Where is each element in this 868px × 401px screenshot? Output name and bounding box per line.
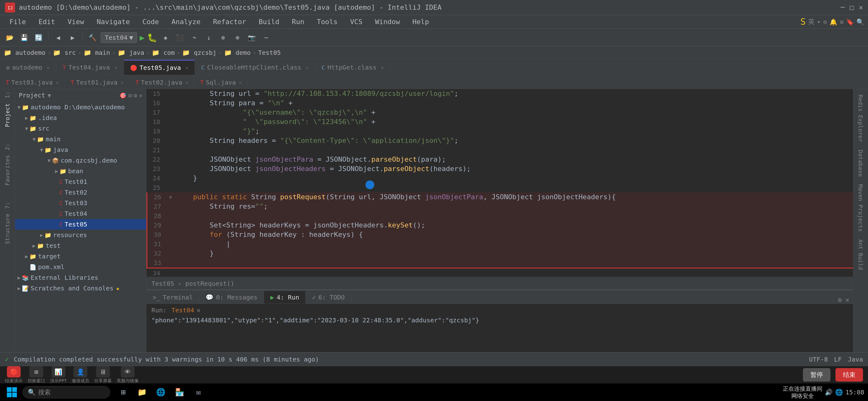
breadcrumb-demo[interactable]: 📁 demo (224, 49, 251, 56)
breadcrumb-test05[interactable]: Test05 (258, 49, 281, 56)
tree-test05[interactable]: ▶ C Test05 (15, 219, 146, 230)
taskbar-app-store[interactable]: 🏪 (172, 384, 188, 400)
maximize-button[interactable]: □ (850, 3, 854, 11)
tree-test04[interactable]: ▶ C Test04 (15, 208, 146, 219)
run-button[interactable]: ▶ (140, 33, 145, 42)
menu-run[interactable]: Run (286, 16, 310, 28)
database-tab[interactable]: Database (855, 147, 866, 180)
start-button[interactable] (4, 384, 20, 400)
save-button[interactable]: 💾 (18, 32, 30, 44)
sidebar-settings-button[interactable]: ⚙ (134, 92, 137, 99)
close-button[interactable]: ✕ (859, 3, 863, 11)
search-everywhere-icon[interactable]: S (800, 17, 806, 27)
settings-gear-icon[interactable]: ⚙ (838, 296, 842, 304)
ppt-button[interactable]: 📊 演示PPT (50, 366, 67, 384)
build-project-button[interactable]: 🔨 (86, 32, 98, 44)
menu-refactor[interactable]: Refactor (208, 16, 252, 28)
breadcrumb-src[interactable]: 📁 src (53, 49, 76, 56)
maven-projects-tab[interactable]: Maven Projects (855, 181, 866, 235)
tree-test02[interactable]: ▶ C Test02 (15, 187, 146, 198)
close-tab-httpget[interactable]: ✕ (381, 64, 384, 70)
code-editor[interactable]: 15 String url = "http://47.108.153.47:18… (147, 89, 853, 277)
tab-test04[interactable]: T Test04.java ✕ (56, 60, 124, 75)
menu-file[interactable]: File (4, 16, 32, 28)
pause-button[interactable]: 暂停 (803, 368, 831, 381)
sec-tab-test02[interactable]: T Test02.java ✕ (129, 76, 194, 89)
tree-external-libraries[interactable]: ▶ 📚 External Libraries (15, 272, 146, 283)
tab-run[interactable]: ▶ 4: Run (264, 291, 306, 304)
windows-search[interactable]: 🔍 搜索 (23, 386, 110, 399)
step-over-button[interactable]: ↷ (188, 32, 200, 44)
breadcrumb-com[interactable]: 📁 com (152, 49, 175, 56)
open-file-button[interactable]: 📂 (4, 32, 16, 44)
back-button[interactable]: ◀ (52, 32, 64, 44)
collapse-all-button[interactable]: ⊟ (128, 92, 132, 99)
coverage-button[interactable]: ◈ (160, 32, 172, 44)
run-config-selector[interactable]: Test04 ▼ (101, 32, 137, 43)
sec-tab-test03[interactable]: T Test03.java ✕ (0, 76, 65, 89)
breadcrumb-qzcsbj[interactable]: 📁 qzcsbj (182, 49, 216, 56)
tab-terminal[interactable]: >_ Terminal (147, 291, 199, 304)
menu-window[interactable]: Window (370, 16, 405, 28)
close-tab-test05[interactable]: ✕ (185, 65, 188, 71)
project-panel-tab[interactable]: Project (2, 99, 13, 131)
tab-autodemo[interactable]: ⚙ autodemo ✕ (0, 60, 56, 75)
sec-tab-test01[interactable]: T Test01.java ✕ (65, 76, 129, 89)
breakpoints-button[interactable]: ⊗ (217, 32, 229, 44)
step-into-button[interactable]: ↓ (203, 32, 215, 44)
forward-button[interactable]: ▶ (67, 32, 79, 44)
tree-test01[interactable]: ▶ C Test01 (15, 176, 146, 187)
menu-edit[interactable]: Edit (33, 16, 61, 28)
menu-vcs[interactable]: VCS (344, 16, 368, 28)
tree-bean[interactable]: ▶ 📁 bean (15, 166, 146, 176)
close-sec-sql[interactable]: ✕ (239, 80, 242, 86)
taskbar-app-ie[interactable]: 🌐 (153, 384, 169, 400)
sync-button[interactable]: 🔄 (33, 32, 44, 44)
close-tab-autodemo[interactable]: ✕ (46, 64, 50, 70)
close-tab-closeable[interactable]: ✕ (306, 64, 309, 70)
tree-test-folder[interactable]: ▶ 📁 test (15, 240, 146, 251)
tab-test05[interactable]: 🔴 Test05.java ✕ (124, 60, 195, 75)
tree-idea[interactable]: ▶ 📁 .idea (15, 112, 146, 123)
close-sec-test01[interactable]: ✕ (121, 80, 124, 86)
menu-build[interactable]: Build (253, 16, 285, 28)
switch-window-button[interactable]: ⊞ 切换窗口 (28, 366, 45, 384)
ant-build-tab[interactable]: Ant Build (855, 236, 866, 273)
menu-tools[interactable]: Tools (311, 16, 343, 28)
structure-panel-tab[interactable]: Structure (2, 210, 13, 248)
sec-tab-sql[interactable]: T Sql.java ✕ (194, 76, 248, 89)
tree-src[interactable]: ▼ 📁 src (15, 123, 146, 134)
close-panel-icon[interactable]: ✕ (845, 296, 849, 304)
tree-autodemo-root[interactable]: ▼ 📁 autodemo D:\demo\autodemo (15, 102, 146, 112)
tree-java[interactable]: ▼ 📁 java (15, 144, 146, 155)
tree-test03[interactable]: ▶ C Test03 (15, 198, 146, 208)
sidebar-close-button[interactable]: ✕ (139, 92, 143, 99)
stop-button[interactable]: ⬛ (174, 32, 186, 44)
share-screen-button[interactable]: 🖥 分享屏幕 (94, 366, 112, 384)
menu-help[interactable]: Help (407, 16, 435, 28)
tab-todo[interactable]: ✓ 6: TODO (306, 291, 351, 304)
tree-scratches[interactable]: ▶ 📝 Scratches and Consoles ★ (15, 283, 146, 293)
tree-main[interactable]: ▼ 📁 main (15, 134, 146, 144)
minimize-button[interactable]: ─ (840, 3, 844, 11)
taskbar-app-1[interactable]: ⊞ (115, 384, 131, 400)
end-demo-button[interactable]: 🔴 结束演示 (5, 366, 23, 384)
close-tab-test04[interactable]: ✕ (114, 64, 117, 70)
tab-messages[interactable]: 💬 0: Messages (199, 291, 264, 304)
breadcrumb-main[interactable]: 📁 main (84, 49, 110, 56)
taskbar-app-mail[interactable]: ✉ (190, 384, 207, 400)
menu-view[interactable]: View (62, 16, 90, 28)
close-sec-test03[interactable]: ✕ (56, 80, 59, 86)
beauty-button[interactable]: 👁 美颜与镜像 (117, 366, 138, 384)
menu-code[interactable]: Code (137, 16, 164, 28)
more-button[interactable]: ⋯ (260, 32, 272, 44)
invite-button[interactable]: 👤 邀请成员 (72, 366, 89, 384)
tree-package[interactable]: ▼ 📦 com.qzcsbj.demo (15, 155, 146, 166)
menu-analyze[interactable]: Analyze (166, 16, 206, 28)
tree-resources[interactable]: ▶ 📁 resources (15, 230, 146, 240)
close-sec-test02[interactable]: ✕ (186, 80, 189, 86)
taskbar-app-folder[interactable]: 📁 (134, 384, 150, 400)
tab-httpget[interactable]: C HttpGet.class ✕ (315, 60, 391, 75)
end-button[interactable]: 结束 (835, 368, 863, 381)
run-to-cursor-button[interactable]: ⊕ (231, 32, 243, 44)
